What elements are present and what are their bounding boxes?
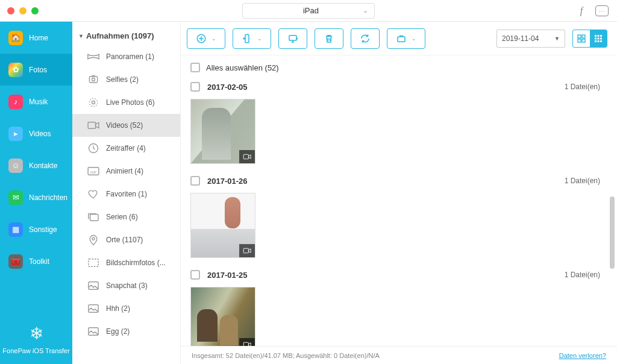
- category-label: Animiert (4): [106, 167, 174, 175]
- app-name: FonePaw iOS Transfer: [2, 347, 69, 354]
- svg-text:GIF: GIF: [90, 170, 97, 174]
- grid-small-view-button[interactable]: [590, 30, 607, 47]
- phone-export-icon: [242, 33, 252, 44]
- svg-rect-26: [598, 37, 600, 39]
- video-thumbnail[interactable]: [190, 287, 255, 346]
- sidebar-label: Fotos: [29, 66, 47, 74]
- svg-rect-16: [289, 35, 296, 40]
- group-checkbox[interactable]: [190, 82, 200, 92]
- chevron-down-icon: ⌄: [412, 36, 416, 42]
- device-selector[interactable]: iPad ⌄: [242, 3, 375, 19]
- minimize-window-button[interactable]: [19, 7, 27, 14]
- svg-rect-8: [90, 215, 99, 221]
- sidebar-item-home[interactable]: 🏠 Home: [0, 22, 72, 54]
- category-label: Bildschirmfotos (...: [106, 259, 174, 267]
- svg-rect-27: [600, 37, 602, 39]
- group-file-count: 1 Datei(en): [565, 271, 600, 279]
- toolkit-icon: 🧰: [8, 254, 23, 269]
- gif-icon: GIF: [87, 166, 100, 177]
- export-to-device-button[interactable]: ⌄: [233, 28, 271, 49]
- group-checkbox[interactable]: [190, 270, 200, 280]
- chevron-down-icon: ⌄: [257, 36, 262, 42]
- group-file-count: 1 Datei(en): [565, 177, 600, 185]
- category-item[interactable]: Panoramen (1): [72, 45, 180, 68]
- export-to-pc-button[interactable]: [278, 28, 307, 49]
- category-item[interactable]: Selfies (2): [72, 68, 180, 91]
- fav-icon: [87, 189, 100, 199]
- video-thumbnail[interactable]: [190, 99, 255, 164]
- sidebar-item-musik[interactable]: ♪ Musik: [0, 86, 72, 118]
- home-icon: 🏠: [8, 31, 23, 45]
- group-date: 2017-02-05: [207, 83, 248, 92]
- zoom-window-button[interactable]: [31, 7, 39, 14]
- more-tools-button[interactable]: ⌄: [387, 28, 425, 49]
- add-button[interactable]: ⌄: [187, 28, 225, 49]
- data-lost-link[interactable]: Daten verloren?: [559, 352, 606, 359]
- sidebar-item-fotos[interactable]: ✿ Fotos: [0, 54, 72, 86]
- category-item[interactable]: Egg (2): [72, 320, 180, 343]
- sidebar-item-toolkit[interactable]: 🧰 Toolkit: [0, 245, 72, 277]
- category-label: Panoramen (1): [106, 52, 174, 61]
- category-item[interactable]: Zeitraffer (4): [72, 137, 180, 160]
- video-thumbnail[interactable]: [190, 193, 255, 258]
- category-label: Snapchat (3): [106, 281, 174, 290]
- time-icon: [87, 143, 100, 154]
- video-badge-icon: [239, 150, 255, 163]
- delete-button[interactable]: [315, 28, 343, 49]
- selfie-icon: [87, 74, 100, 85]
- category-item[interactable]: Snapchat (3): [72, 274, 180, 297]
- select-all-checkbox[interactable]: [190, 63, 200, 72]
- category-item[interactable]: Favoriten (1): [72, 183, 180, 206]
- svg-rect-21: [582, 39, 585, 42]
- sidebar-item-sonstige[interactable]: ▦ Sonstige: [0, 213, 72, 245]
- chevron-down-icon: ⌄: [211, 36, 216, 42]
- titlebar: iPad ⌄ f ···: [0, 0, 617, 22]
- category-item[interactable]: Bildschirmfotos (...: [72, 251, 180, 274]
- refresh-button[interactable]: [351, 28, 380, 49]
- svg-rect-31: [243, 154, 248, 159]
- date-filter[interactable]: 2019-11-04 ▼: [496, 30, 565, 48]
- feedback-icon[interactable]: ···: [595, 5, 609, 16]
- category-item[interactable]: GIFAnimiert (4): [72, 160, 180, 183]
- grid-large-view-button[interactable]: [573, 30, 590, 47]
- window-controls: [7, 7, 39, 14]
- photos-icon: ✿: [8, 63, 23, 77]
- sidebar-item-kontakte[interactable]: ☺ Kontakte: [0, 149, 72, 181]
- category-label: Favoriten (1): [106, 190, 174, 198]
- toolbar: ⌄ ⌄ ⌄ 2019-11-04 ▼: [181, 22, 617, 55]
- close-window-button[interactable]: [7, 7, 14, 14]
- svg-rect-18: [578, 35, 581, 38]
- thumbnail-row: [190, 283, 607, 346]
- category-header[interactable]: ▼ Aufnahmen (1097): [72, 27, 180, 45]
- svg-rect-20: [578, 39, 581, 42]
- dropdown-triangle-icon: ▼: [554, 36, 560, 42]
- category-item[interactable]: Videos (52): [72, 114, 180, 137]
- sidebar-item-videos[interactable]: ▸ Videos: [0, 118, 72, 149]
- sidebar: 🏠 Home ✿ Fotos ♪ Musik ▸ Videos ☺ Kontak…: [0, 22, 72, 364]
- scrollbar[interactable]: [610, 196, 615, 269]
- category-label: Hhh (2): [106, 304, 174, 313]
- sidebar-item-nachrichten[interactable]: ✉ Nachrichten: [0, 181, 72, 213]
- sidebar-label: Nachrichten: [29, 193, 67, 202]
- category-item[interactable]: Live Photos (6): [72, 91, 180, 114]
- svg-point-1: [92, 78, 95, 81]
- svg-point-9: [92, 237, 95, 240]
- facebook-icon[interactable]: f: [576, 5, 587, 16]
- category-header-label: Aufnahmen (1097): [86, 31, 154, 40]
- device-name: iPad: [303, 6, 319, 15]
- group-date: 2017-01-26: [207, 177, 248, 186]
- live-icon: [87, 97, 100, 108]
- screen-icon: [87, 257, 100, 268]
- category-item[interactable]: Orte (1107): [72, 228, 180, 251]
- category-item[interactable]: Hhh (2): [72, 297, 180, 320]
- svg-rect-25: [595, 37, 597, 39]
- group-header: 2017-01-251 Datei(en): [190, 266, 607, 283]
- date-value: 2019-11-04: [502, 34, 539, 43]
- category-item[interactable]: Serien (6): [72, 206, 180, 228]
- svg-rect-19: [582, 35, 585, 38]
- svg-point-2: [92, 101, 95, 104]
- album-icon: [87, 280, 100, 291]
- group-header: 2017-01-261 Datei(en): [190, 172, 607, 189]
- category-panel: ▼ Aufnahmen (1097) Panoramen (1)Selfies …: [72, 22, 181, 364]
- group-checkbox[interactable]: [190, 176, 200, 186]
